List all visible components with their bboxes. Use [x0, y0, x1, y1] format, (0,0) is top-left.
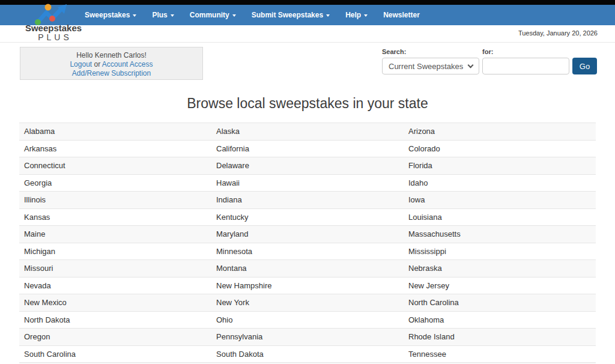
state-link-connecticut[interactable]: Connecticut [19, 161, 211, 170]
state-link-idaho[interactable]: Idaho [404, 178, 596, 187]
state-row: ConnecticutDelawareFlorida [19, 157, 596, 175]
account-links-row: Logout or Account Access [20, 60, 202, 69]
logo-subtitle: PLUS [17, 32, 90, 42]
state-link-arkansas[interactable]: Arkansas [19, 144, 211, 153]
or-text: or [92, 60, 102, 68]
state-link-north-dakota[interactable]: North Dakota [19, 315, 211, 324]
state-link-arizona[interactable]: Arizona [404, 127, 596, 136]
state-row: MichiganMinnesotaMississippi [19, 243, 596, 261]
state-row: OregonPennsylvaniaRhode Island [19, 329, 596, 346]
state-link-michigan[interactable]: Michigan [19, 247, 211, 256]
state-link-california[interactable]: California [211, 144, 404, 153]
state-row: New MexicoNew YorkNorth Carolina [19, 294, 596, 312]
state-row: MaineMarylandMassachusetts [19, 226, 596, 243]
logo-title: Sweepstakes [17, 23, 90, 33]
search-for-label: for: [482, 48, 569, 55]
state-link-nebraska[interactable]: Nebraska [404, 264, 596, 273]
state-link-illinois[interactable]: Illinois [19, 195, 211, 204]
caret-down-icon [133, 14, 136, 17]
state-link-maine[interactable]: Maine [19, 229, 211, 238]
state-row: South CarolinaSouth DakotaTennessee [19, 346, 596, 363]
account-access-link[interactable]: Account Access [102, 60, 153, 68]
caret-down-icon [232, 14, 236, 17]
state-link-south-dakota[interactable]: South Dakota [211, 350, 404, 359]
state-link-colorado[interactable]: Colorado [404, 144, 596, 153]
nav-item-plus[interactable]: Plus [144, 5, 181, 25]
state-row: KansasKentuckyLouisiana [19, 209, 596, 226]
state-link-iowa[interactable]: Iowa [404, 195, 596, 204]
state-link-minnesota[interactable]: Minnesota [211, 247, 404, 256]
state-link-ohio[interactable]: Ohio [211, 315, 404, 324]
state-link-new-york[interactable]: New York [211, 298, 404, 307]
state-link-new-jersey[interactable]: New Jersey [404, 281, 596, 290]
state-link-oregon[interactable]: Oregon [19, 332, 211, 341]
state-link-montana[interactable]: Montana [211, 264, 404, 273]
go-button[interactable]: Go [572, 58, 597, 74]
state-link-rhode-island[interactable]: Rhode Island [404, 332, 596, 341]
state-link-hawaii[interactable]: Hawaii [211, 178, 404, 187]
state-link-mississippi[interactable]: Mississippi [404, 247, 596, 256]
state-link-nevada[interactable]: Nevada [19, 281, 211, 290]
search-type-select[interactable]: Current Sweepstakes [382, 58, 479, 74]
state-link-north-carolina[interactable]: North Carolina [404, 298, 596, 307]
state-link-pennsylvania[interactable]: Pennsylvania [211, 332, 404, 341]
states-table: AlabamaAlaskaArizonaArkansasCaliforniaCo… [19, 123, 596, 364]
user-greeting-box: Hello Kenneth Carlos! Logout or Account … [20, 47, 203, 80]
nav-item-label: Community [190, 11, 229, 19]
current-date: Tuesday, January 20, 2026 [518, 29, 598, 37]
state-row: North DakotaOhioOklahoma [19, 312, 596, 329]
state-link-alabama[interactable]: Alabama [19, 127, 211, 136]
state-row: MissouriMontanaNebraska [19, 260, 596, 278]
nav-item-label: Sweepstakes [85, 11, 130, 19]
state-link-maryland[interactable]: Maryland [211, 229, 404, 238]
greeting-text: Hello Kenneth Carlos! [20, 51, 202, 60]
state-link-tennessee[interactable]: Tennessee [404, 350, 596, 359]
state-row: ArkansasCaliforniaColorado [19, 141, 596, 158]
state-link-alaska[interactable]: Alaska [211, 127, 404, 136]
nav-item-label: Newsletter [383, 11, 420, 19]
caret-down-icon [171, 14, 174, 17]
nav-item-help[interactable]: Help [338, 5, 375, 25]
logo-trending-arrow-icon [33, 4, 71, 25]
state-row: NevadaNew HampshireNew Jersey [19, 278, 596, 295]
state-link-new-mexico[interactable]: New Mexico [19, 298, 211, 307]
system-top-bar [0, 0, 615, 5]
nav-item-newsletter[interactable]: Newsletter [375, 5, 428, 25]
state-row: GeorgiaHawaiiIdaho [19, 175, 596, 192]
logout-link[interactable]: Logout [70, 60, 92, 68]
state-link-louisiana[interactable]: Louisiana [404, 213, 596, 222]
search-region: Search: Current Sweepstakes for: Go [382, 48, 597, 74]
state-link-oklahoma[interactable]: Oklahoma [404, 315, 596, 324]
state-link-florida[interactable]: Florida [404, 161, 596, 170]
state-row: AlabamaAlaskaArizona [19, 123, 596, 141]
state-link-south-carolina[interactable]: South Carolina [19, 350, 211, 359]
nav-item-label: Help [345, 11, 361, 19]
page-title: Browse local sweepstakes in your state [0, 96, 615, 112]
header-divider [0, 42, 615, 43]
nav-item-community[interactable]: Community [182, 5, 244, 25]
search-label: Search: [382, 48, 479, 55]
state-row: IllinoisIndianaIowa [19, 192, 596, 209]
caret-down-icon [364, 14, 368, 17]
state-link-kentucky[interactable]: Kentucky [211, 213, 404, 222]
main-nav: SweepstakesPlusCommunitySubmit Sweepstak… [0, 5, 615, 25]
state-link-kansas[interactable]: Kansas [19, 213, 211, 222]
search-input[interactable] [482, 58, 569, 74]
state-link-delaware[interactable]: Delaware [211, 161, 404, 170]
state-link-new-hampshire[interactable]: New Hampshire [211, 281, 404, 290]
state-link-georgia[interactable]: Georgia [19, 178, 211, 187]
nav-item-label: Plus [152, 11, 167, 19]
nav-item-submit-sweepstakes[interactable]: Submit Sweepstakes [244, 5, 338, 25]
state-link-massachusetts[interactable]: Massachusetts [404, 229, 596, 238]
state-link-indiana[interactable]: Indiana [211, 195, 404, 204]
add-renew-subscription-link[interactable]: Add/Renew Subscription [72, 69, 151, 77]
state-link-missouri[interactable]: Missouri [19, 264, 211, 273]
nav-item-label: Submit Sweepstakes [252, 11, 323, 19]
caret-down-icon [326, 14, 330, 17]
nav-item-sweepstakes[interactable]: Sweepstakes [77, 5, 144, 25]
